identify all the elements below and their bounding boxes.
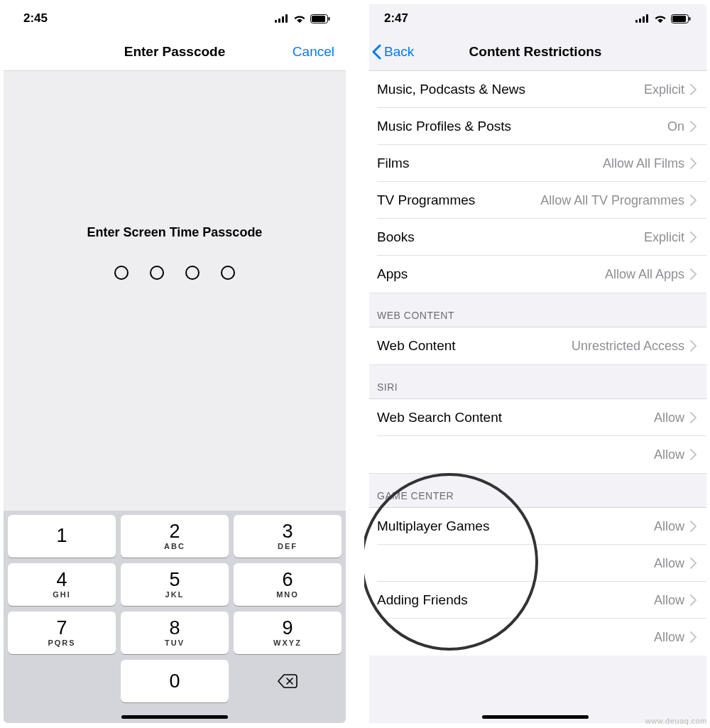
row-value: Explicit bbox=[644, 82, 684, 97]
passcode-dot bbox=[185, 266, 200, 280]
row-value: Allow bbox=[654, 556, 684, 571]
svg-rect-2 bbox=[282, 16, 284, 23]
cancel-button[interactable]: Cancel bbox=[293, 44, 334, 60]
home-indicator[interactable] bbox=[482, 715, 589, 719]
settings-row[interactable]: Music, Podcasts & NewsExplicit bbox=[364, 71, 706, 108]
passcode-area: Enter Screen Time Passcode bbox=[4, 71, 346, 511]
settings-row[interactable]: FilmsAllow All Films bbox=[364, 145, 706, 182]
row-value: Allow bbox=[654, 447, 684, 462]
row-label: Adding Friends bbox=[377, 592, 654, 608]
key-letters: TUV bbox=[165, 639, 185, 647]
settings-row[interactable]: Music Profiles & PostsOn bbox=[364, 108, 706, 145]
settings-row[interactable]: Web Search ContentAllow bbox=[364, 399, 706, 436]
settings-row[interactable]: AppsAllow All Apps bbox=[364, 256, 706, 293]
battery-icon bbox=[310, 14, 330, 23]
passcode-dot bbox=[150, 266, 164, 280]
svg-rect-1 bbox=[278, 18, 280, 23]
row-value: Unrestricted Access bbox=[572, 339, 684, 354]
passcode-dot bbox=[114, 266, 129, 280]
key-9[interactable]: 9WXYZ bbox=[234, 612, 342, 654]
row-label: Music, Podcasts & News bbox=[377, 82, 644, 97]
key-digit: 3 bbox=[282, 522, 293, 541]
section-header-siri: SIRI bbox=[364, 365, 706, 399]
svg-rect-6 bbox=[329, 17, 330, 21]
row-value: Allow All TV Programmes bbox=[540, 193, 684, 208]
chevron-right-icon bbox=[690, 449, 697, 460]
settings-row[interactable]: Allow bbox=[364, 619, 706, 656]
phone-content-restrictions: 2:47 Back Content Restrictions Music, Po… bbox=[364, 4, 706, 723]
key-digit: 9 bbox=[282, 619, 293, 638]
status-time: 2:45 bbox=[23, 11, 48, 26]
settings-row[interactable]: Multiplayer GamesAllow bbox=[364, 508, 706, 545]
key-5[interactable]: 5JKL bbox=[121, 563, 229, 606]
row-label: Music Profiles & Posts bbox=[377, 119, 667, 134]
chevron-right-icon bbox=[690, 558, 697, 569]
key-delete[interactable] bbox=[234, 660, 342, 702]
status-bar: 2:47 bbox=[364, 4, 706, 33]
chevron-right-icon bbox=[690, 412, 697, 423]
key-letters: GHI bbox=[53, 590, 71, 599]
settings-row[interactable]: Allow bbox=[364, 545, 706, 582]
key-digit: 8 bbox=[169, 619, 180, 638]
key-4[interactable]: 4GHI bbox=[8, 563, 116, 606]
key-1[interactable]: 1 bbox=[8, 515, 116, 558]
key-3[interactable]: 3DEF bbox=[234, 515, 342, 558]
chevron-right-icon bbox=[690, 521, 697, 532]
chevron-right-icon bbox=[690, 158, 697, 169]
key-6[interactable]: 6MNO bbox=[234, 563, 342, 606]
passcode-dot bbox=[221, 266, 235, 280]
row-value: Allow bbox=[654, 411, 684, 425]
status-time: 2:47 bbox=[384, 11, 408, 26]
key-letters: ABC bbox=[164, 542, 185, 550]
key-7[interactable]: 7PQRS bbox=[8, 612, 116, 654]
settings-row[interactable]: TV ProgrammesAllow All TV Programmes bbox=[364, 182, 706, 219]
home-indicator[interactable] bbox=[121, 715, 228, 719]
svg-rect-10 bbox=[646, 14, 648, 23]
section-header-web: WEB CONTENT bbox=[364, 293, 706, 327]
wifi-icon bbox=[654, 14, 667, 23]
key-digit: 1 bbox=[56, 526, 67, 545]
row-label: Multiplayer Games bbox=[377, 518, 654, 534]
key-8[interactable]: 8TUV bbox=[121, 612, 229, 654]
nav-bar: Enter Passcode Cancel bbox=[4, 33, 346, 71]
status-icons bbox=[275, 14, 330, 23]
key-blank bbox=[8, 660, 116, 702]
chevron-right-icon bbox=[690, 121, 697, 132]
settings-row[interactable]: Allow bbox=[364, 436, 706, 473]
settings-row[interactable]: Adding FriendsAllow bbox=[364, 582, 706, 619]
svg-rect-3 bbox=[285, 14, 288, 23]
siri-section: Web Search ContentAllowAllow bbox=[364, 399, 706, 474]
svg-rect-0 bbox=[275, 20, 277, 23]
row-value: On bbox=[667, 119, 684, 134]
status-icons bbox=[635, 14, 691, 23]
key-digit: 4 bbox=[56, 570, 67, 590]
settings-row[interactable]: BooksExplicit bbox=[364, 219, 706, 256]
key-letters: JKL bbox=[165, 590, 185, 599]
key-digit: 0 bbox=[169, 672, 180, 691]
key-2[interactable]: 2ABC bbox=[121, 515, 229, 558]
row-value: Allow bbox=[654, 593, 684, 608]
wifi-icon bbox=[293, 14, 306, 23]
row-label: TV Programmes bbox=[377, 192, 540, 208]
svg-rect-8 bbox=[639, 18, 641, 23]
row-label: Films bbox=[377, 156, 603, 171]
game-center-section: Multiplayer GamesAllowAllowAdding Friend… bbox=[364, 508, 706, 656]
row-label: Web Content bbox=[377, 338, 572, 354]
chevron-right-icon bbox=[690, 195, 697, 206]
nav-bar: Back Content Restrictions bbox=[364, 33, 706, 71]
key-digit: 2 bbox=[169, 522, 180, 541]
row-label: Books bbox=[377, 229, 644, 245]
battery-icon bbox=[671, 14, 691, 23]
web-section: Web ContentUnrestricted Access bbox=[364, 327, 706, 365]
cellular-icon bbox=[275, 14, 289, 23]
row-value: Allow All Films bbox=[603, 156, 684, 171]
key-digit: 5 bbox=[169, 570, 180, 590]
phone-passcode: 2:45 Enter Passcode Cancel Enter Screen … bbox=[4, 4, 346, 723]
chevron-right-icon bbox=[690, 631, 697, 643]
status-bar: 2:45 bbox=[4, 4, 346, 33]
numeric-keypad: 1 2ABC 3DEF 4GHI 5JKL 6MNO 7PQRS 8TUV 9W… bbox=[4, 511, 346, 723]
settings-row[interactable]: Web ContentUnrestricted Access bbox=[364, 327, 706, 364]
chevron-right-icon bbox=[690, 268, 697, 280]
key-0[interactable]: 0 bbox=[121, 660, 229, 702]
chevron-right-icon bbox=[690, 340, 697, 352]
